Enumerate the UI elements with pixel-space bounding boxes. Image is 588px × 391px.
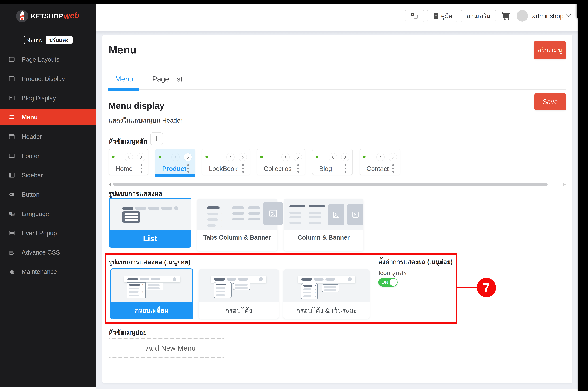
- svg-text:A: A: [10, 212, 11, 214]
- svg-text:A: A: [412, 14, 414, 16]
